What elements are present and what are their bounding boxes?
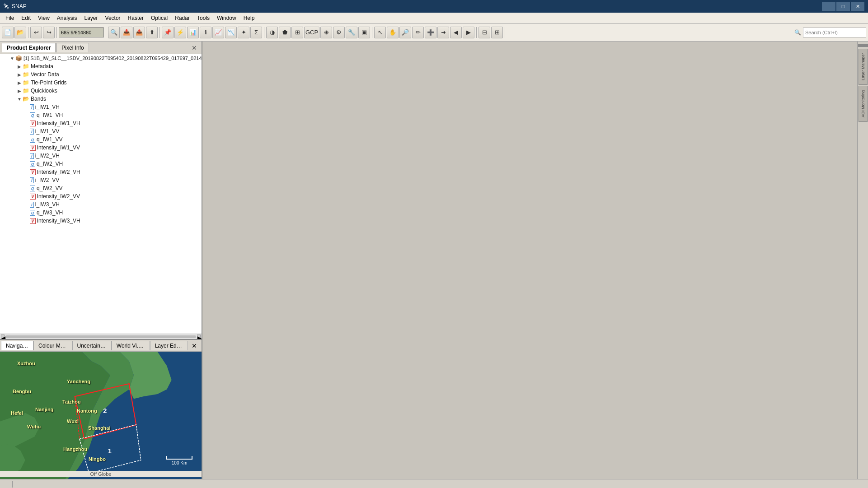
- tree-label-vector-data: Vector Data: [31, 71, 59, 78]
- tree-tie-point-grids[interactable]: ▶ 📁 Tie-Point Grids: [0, 79, 202, 87]
- sigma-button[interactable]: Σ: [250, 27, 262, 38]
- tab-navigation[interactable]: Navigation: [1, 341, 33, 350]
- menu-edit[interactable]: Edit: [18, 14, 34, 22]
- tree-root[interactable]: ▼ 📦 [1] S1B_IW_SLC__1SDV_20190822T095402…: [0, 54, 202, 62]
- search-input[interactable]: [803, 28, 866, 37]
- tree-toggle-vector[interactable]: ▶: [16, 72, 23, 77]
- tree-band-q-iw1-vh[interactable]: ▶ q q_IW1_VH: [0, 111, 202, 119]
- gcp-button[interactable]: GCP: [304, 27, 319, 38]
- tools2-button[interactable]: 🔧: [346, 27, 357, 38]
- menu-help[interactable]: Help: [240, 14, 258, 22]
- sidebar-aoi-monitoring[interactable]: AOI Monitoring: [859, 86, 868, 122]
- tree-band-q-iw2-vv[interactable]: ▶ q q_IW2_VV: [0, 184, 202, 192]
- spectrum-button[interactable]: 📊: [187, 27, 199, 38]
- tree-band-i-iw2-vh[interactable]: ▶ i i_IW2_VH: [0, 152, 202, 160]
- info-button[interactable]: ℹ: [200, 27, 211, 38]
- tree-metadata[interactable]: ▶ 📁 Metadata: [0, 62, 202, 70]
- main-canvas[interactable]: [202, 42, 857, 479]
- menu-layer[interactable]: Layer: [81, 14, 102, 22]
- tree-toggle-root[interactable]: ▼: [9, 56, 15, 61]
- zoom-level-button[interactable]: ⊟: [479, 27, 490, 38]
- import-button[interactable]: 📥: [121, 27, 132, 38]
- draw-button[interactable]: ✏: [412, 27, 424, 38]
- tree-band-i-iw1-vh[interactable]: ▶ i i_IW1_VH: [0, 103, 202, 111]
- menu-window[interactable]: Window: [213, 14, 240, 22]
- annotate-button[interactable]: ➕: [425, 27, 436, 38]
- new-button[interactable]: 📄: [2, 27, 14, 38]
- tree-band-intensity-iw3-vh[interactable]: ▶ V Intensity_IW3_VH: [0, 217, 202, 225]
- pan-button[interactable]: ✋: [387, 27, 399, 38]
- tree-scroll-left[interactable]: ◀: [1, 335, 5, 339]
- menu-vector[interactable]: Vector: [102, 14, 124, 22]
- tools3-button[interactable]: ▣: [358, 27, 370, 38]
- tab-world-view-close[interactable]: ✕: [145, 343, 149, 349]
- close-button[interactable]: ✕: [851, 2, 864, 11]
- tree-band-q-iw2-vh[interactable]: ▶ q q_IW2_VH: [0, 160, 202, 168]
- tab-pixel-info[interactable]: Pixel Info: [56, 43, 89, 52]
- menu-raster[interactable]: Raster: [124, 14, 147, 22]
- mask-button[interactable]: ◑: [266, 27, 278, 38]
- stat-button[interactable]: 📈: [212, 27, 224, 38]
- menu-view[interactable]: View: [34, 14, 53, 22]
- tools1-button[interactable]: ⚙: [333, 27, 345, 38]
- tree-quicklooks[interactable]: ▶ 📁 Quicklooks: [0, 87, 202, 95]
- product-tree[interactable]: ▼ 📦 [1] S1B_IW_SLC__1SDV_20190822T095402…: [0, 54, 202, 334]
- grid-button[interactable]: ⊞: [291, 27, 303, 38]
- navigation-map[interactable]: 2 1 Xuzhou Yancheng Bengbu Hefei Nanjing…: [0, 352, 202, 479]
- select-button[interactable]: ↖: [374, 27, 386, 38]
- nav-button[interactable]: ➜: [437, 27, 449, 38]
- zoom-button[interactable]: 🔎: [399, 27, 411, 38]
- undo-button[interactable]: ↩: [30, 27, 42, 38]
- tab-layer-editor[interactable]: Layer Edito...: [150, 341, 188, 350]
- tree-band-intensity-iw2-vv[interactable]: ▶ V Intensity_IW2_VV: [0, 192, 202, 200]
- tab-product-explorer[interactable]: Product Explorer: [2, 43, 56, 52]
- tree-band-q-iw3-vh[interactable]: ▶ q q_IW3_VH: [0, 209, 202, 217]
- menu-radar[interactable]: Radar: [171, 14, 193, 22]
- vector-button[interactable]: ⬟: [279, 27, 291, 38]
- open-button[interactable]: 📂: [14, 27, 26, 38]
- tree-scroll-right[interactable]: ▶: [197, 335, 201, 339]
- tree-band-intensity-iw1-vv[interactable]: ▶ V Intensity_IW1_VV: [0, 144, 202, 152]
- tree-band-intensity-iw2-vh[interactable]: ▶ V Intensity_IW2_VH: [0, 168, 202, 176]
- next-button[interactable]: ▶: [463, 27, 474, 38]
- hist-button[interactable]: 📉: [225, 27, 237, 38]
- sync-button[interactable]: ⚡: [174, 27, 186, 38]
- pin-button[interactable]: 📌: [162, 27, 174, 38]
- bottom-panel-close[interactable]: ✕: [188, 341, 201, 350]
- tree-toggle-tpg[interactable]: ▶: [16, 80, 23, 85]
- tree-toggle-bands[interactable]: ▼: [16, 97, 23, 102]
- gcp2-button[interactable]: ⊕: [320, 27, 332, 38]
- scatt-button[interactable]: ✦: [238, 27, 249, 38]
- bottom-panel: Navigation Colour Man... Uncertainty ...…: [0, 339, 202, 479]
- menu-file[interactable]: File: [2, 14, 18, 22]
- zoom-fit-button[interactable]: ⊞: [491, 27, 503, 38]
- tab-colour-manager[interactable]: Colour Man...: [33, 341, 72, 350]
- tree-band-i-iw2-vv[interactable]: ▶ i i_IW2_VV: [0, 176, 202, 184]
- prev-button[interactable]: ◀: [450, 27, 462, 38]
- tree-label-intensity-iw1-vv: Intensity_IW1_VV: [37, 144, 80, 151]
- menu-analysis[interactable]: Analysis: [53, 14, 81, 22]
- tree-vector-data[interactable]: ▶ 📁 Vector Data: [0, 70, 202, 79]
- tree-toggle-ql[interactable]: ▶: [16, 88, 23, 93]
- maximize-button[interactable]: □: [836, 2, 850, 11]
- tree-band-q-iw1-vv[interactable]: ▶ q q_IW1_VV: [0, 135, 202, 144]
- export2-button[interactable]: ⬆: [146, 27, 158, 38]
- menu-optical[interactable]: Optical: [147, 14, 171, 22]
- tree-label-q-iw1-vv: q_IW1_VV: [37, 136, 62, 143]
- tab-world-view[interactable]: World Vi... ✕: [112, 341, 150, 350]
- panel-close-button[interactable]: ✕: [189, 43, 200, 52]
- tree-toggle-metadata[interactable]: ▶: [16, 64, 23, 69]
- tree-band-intensity-iw1-vh[interactable]: ▶ V Intensity_IW1_VH: [0, 119, 202, 127]
- menu-tools[interactable]: Tools: [193, 14, 213, 22]
- sidebar-layer-manager[interactable]: Layer Manager: [859, 49, 868, 85]
- tree-band-i-iw3-vh[interactable]: ▶ i i_IW3_VH: [0, 200, 202, 209]
- scale-label: 100 Km: [172, 460, 187, 465]
- tab-uncertainty[interactable]: Uncertainty ...: [72, 341, 112, 350]
- export-button[interactable]: 📤: [133, 27, 145, 38]
- redo-button[interactable]: ↪: [43, 27, 55, 38]
- tree-band-i-iw1-vv[interactable]: ▶ i i_IW1_VV: [0, 127, 202, 135]
- zoom-in-button[interactable]: 🔍: [108, 27, 120, 38]
- tree-bands[interactable]: ▼ 📂 Bands: [0, 95, 202, 103]
- tree-label-root: [1] S1B_IW_SLC__1SDV_20190822T095402_201…: [23, 56, 202, 61]
- minimize-button[interactable]: —: [822, 2, 835, 11]
